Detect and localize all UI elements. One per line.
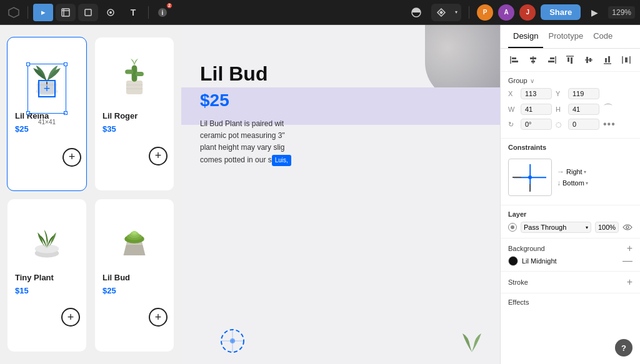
play-button[interactable]: ▶ <box>586 4 603 21</box>
svg-marker-21 <box>124 244 146 255</box>
corner-value[interactable]: 0 <box>568 119 599 130</box>
w-label: W <box>508 106 517 113</box>
zoom-level[interactable]: 129% <box>608 6 635 19</box>
align-left-button[interactable] <box>508 54 521 66</box>
plant-image-tiny <box>25 216 69 260</box>
product-card-lil-reina[interactable]: + 41×41 <box>8 37 86 190</box>
canvas[interactable]: + 41×41 <box>0 25 500 364</box>
main-area: + 41×41 <box>0 25 640 364</box>
detail-content: Lil Bud $25 Lil Bud Plant is paired wit … <box>200 62 481 166</box>
text-tool-button[interactable]: T <box>123 4 143 21</box>
svg-rect-36 <box>530 57 536 59</box>
constraint-h-chevron: ▾ <box>584 169 586 175</box>
product-card-lil-roger[interactable]: + Lil Roger $35 <box>95 37 174 190</box>
detail-bottom-decoration <box>219 327 247 358</box>
add-button-roger[interactable]: + <box>149 147 168 165</box>
constraint-visual-box <box>508 159 552 196</box>
cursor-indicator: Luis, <box>272 155 291 166</box>
group-dimensions-section: Group ∨ X 113 Y 119 W 41 H 41 ⌒ ↻ 0° ◌ 0 <box>501 72 640 139</box>
avatar-1: P <box>477 4 493 21</box>
align-bottom-button[interactable] <box>601 54 614 66</box>
logo[interactable] <box>5 4 22 21</box>
svg-rect-49 <box>608 56 610 62</box>
tab-prototype[interactable]: Prototype <box>543 25 588 48</box>
toolbar-separator-1 <box>28 6 28 19</box>
add-stroke-button[interactable]: + <box>627 277 632 288</box>
spinning-decoration <box>219 327 247 355</box>
proportional-lock-icon[interactable]: ⌒ <box>603 102 613 116</box>
align-right-button[interactable] <box>546 54 558 66</box>
x-label: X <box>508 90 517 97</box>
tab-code[interactable]: Code <box>588 25 618 48</box>
share-button[interactable]: Share <box>541 4 581 20</box>
pen-tool-button[interactable] <box>101 4 121 21</box>
x-value[interactable]: 113 <box>521 88 552 99</box>
svg-rect-13 <box>126 81 142 94</box>
constraint-h-dropdown[interactable]: Right ▾ <box>566 168 586 175</box>
add-button-tiny[interactable]: + <box>61 308 80 327</box>
align-top-button[interactable] <box>564 54 576 66</box>
add-button-bud[interactable]: + <box>149 308 168 327</box>
svg-rect-18 <box>136 72 144 76</box>
visibility-toggle-button[interactable] <box>622 223 632 232</box>
notification-button[interactable]: i 2 <box>154 4 171 21</box>
svg-rect-40 <box>548 61 554 62</box>
svg-rect-17 <box>125 70 133 74</box>
constraints-label: Constraints <box>508 144 632 151</box>
component-dropdown-button[interactable]: ▾ <box>451 4 461 21</box>
background-label: Background <box>508 245 545 252</box>
constraint-h-row: → Right ▾ <box>557 167 588 176</box>
group-chevron[interactable]: ∨ <box>530 77 534 84</box>
product-image-container-2 <box>102 45 166 107</box>
svg-point-5 <box>109 11 112 14</box>
product-image-container-4 <box>102 207 166 269</box>
product-name-bud: Lil Bud <box>102 273 166 282</box>
y-value[interactable]: 119 <box>568 88 599 99</box>
plant-image-bud <box>112 216 156 260</box>
svg-rect-33 <box>512 57 516 59</box>
product-card-lil-bud[interactable]: + Lil Bud $25 <box>95 199 174 352</box>
help-button[interactable]: ? <box>615 339 632 357</box>
product-price-roger: $35 <box>102 124 166 134</box>
constraint-bottom-pin <box>529 184 531 192</box>
w-value[interactable]: 41 <box>521 104 552 115</box>
opacity-field[interactable]: 100% <box>595 222 619 233</box>
background-section: Background + Lil Midnight — <box>501 239 640 272</box>
group-label: Group <box>508 77 528 84</box>
component-tool-button[interactable] <box>431 4 451 21</box>
remove-fill-button[interactable]: — <box>622 256 632 266</box>
shape-tool-group <box>78 4 98 21</box>
product-detail-area: Lil Bud $25 Lil Bud Plant is paired wit … <box>181 25 500 364</box>
product-card-tiny-plant[interactable]: + Tiny Plant $15 <box>8 199 86 352</box>
tab-design[interactable]: Design <box>508 25 543 48</box>
align-center-v-button[interactable] <box>527 54 539 66</box>
h-value[interactable]: 41 <box>568 104 599 115</box>
add-button-reina[interactable]: + <box>62 148 81 167</box>
fill-color-swatch[interactable] <box>508 256 518 266</box>
more-options-button[interactable]: ••• <box>603 119 616 130</box>
shape-tool-button[interactable] <box>78 4 98 21</box>
constraint-v-dropdown[interactable]: Bottom ▾ <box>562 179 588 187</box>
alignment-row <box>501 49 640 72</box>
add-background-button[interactable]: + <box>627 243 632 253</box>
svg-point-53 <box>626 226 629 229</box>
detail-bottom-plant <box>456 318 488 358</box>
align-center-h-button[interactable] <box>582 54 595 66</box>
layer-label: Layer <box>508 210 632 218</box>
frame-tool-group <box>56 4 76 21</box>
effects-label: Effects <box>508 298 529 306</box>
frame-tool-button[interactable] <box>56 4 76 21</box>
svg-text:i: i <box>162 9 164 16</box>
mask-toggle-button[interactable] <box>406 4 426 21</box>
constraints-section: Constraints → <box>501 139 640 205</box>
effects-header-row: Effects <box>508 298 632 306</box>
corner-icon: ◌ <box>556 121 564 129</box>
distribute-h-button[interactable] <box>620 54 632 66</box>
fill-name-label: Lil Midnight <box>522 257 619 265</box>
blend-mode-dropdown[interactable]: Pass Through ▾ <box>521 222 591 233</box>
background-header-row: Background + <box>508 243 632 253</box>
wh-row: W 41 H 41 ⌒ <box>508 102 632 116</box>
rotate-value[interactable]: 0° <box>521 119 552 130</box>
select-tool-button[interactable]: ▸ <box>33 4 53 21</box>
constraint-v-chevron: ▾ <box>586 180 588 186</box>
